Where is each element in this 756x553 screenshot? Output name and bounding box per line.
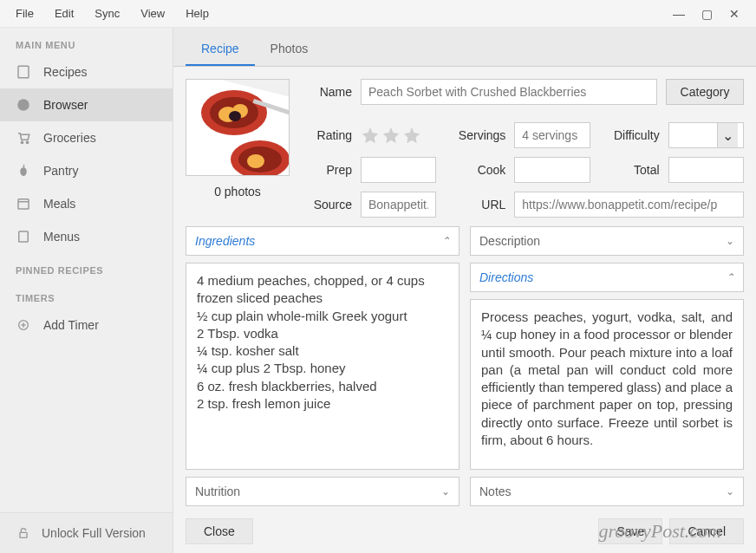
ingredient-line: ½ cup plain whole-milk Greek yogurt [197,308,448,325]
sidebar-item-recipes[interactable]: Recipes [0,55,173,88]
svg-rect-4 [18,199,29,209]
menu-edit[interactable]: Edit [44,2,84,25]
servings-input[interactable] [514,122,590,148]
total-input[interactable] [668,157,744,183]
accordion-directions[interactable]: Directions⌃ [470,263,744,292]
svg-point-20 [247,154,264,168]
sidebar-section-pinned: PINNED RECIPES [0,253,173,281]
compass-icon [16,97,31,113]
cancel-button[interactable]: Cancel [669,518,744,544]
accordion-description[interactable]: Description⌄ [470,226,744,256]
sidebar-item-browser[interactable]: Browser [0,88,173,121]
sidebar-item-label: Meals [43,197,75,211]
menu-sync[interactable]: Sync [84,2,130,25]
ingredient-line: 4 medium peaches, chopped, or 4 cups fro… [197,272,448,308]
svg-rect-6 [19,231,29,242]
sidebar-item-menus[interactable]: Menus [0,220,173,253]
tab-photos[interactable]: Photos [255,33,324,66]
sidebar-item-groceries[interactable]: Groceries [0,121,173,154]
book-icon [16,64,31,80]
window-controls: — ▢ ✕ [671,6,751,22]
svg-point-3 [26,141,28,143]
url-input[interactable] [514,192,744,218]
sidebar-item-label: Pantry [43,164,78,178]
accordion-notes[interactable]: Notes⌄ [470,477,744,506]
list-icon [16,229,31,244]
sidebar-item-meals[interactable]: Meals [0,187,173,220]
chevron-down-icon: ⌄ [726,235,734,247]
rating-stars[interactable] [361,126,436,145]
ingredients-body[interactable]: 4 medium peaches, chopped, or 4 cups fro… [186,263,459,470]
svg-rect-0 [18,66,29,78]
main: Recipe Photos [173,28,756,553]
ingredient-line: 2 Tbsp. vodka [197,325,448,342]
prep-input[interactable] [361,157,436,183]
tab-recipe[interactable]: Recipe [186,33,255,66]
sidebar-section-main: MAIN MENU [0,28,173,55]
label-difficulty: Difficulty [599,128,660,142]
sidebar-item-label: Browser [43,98,88,112]
difficulty-select[interactable]: ⌄ [668,122,744,148]
label-rating: Rating [300,128,352,142]
star-icon[interactable] [402,126,421,145]
recipe-thumbnail[interactable] [186,79,290,176]
content: 0 photos Name Category Rating [173,67,756,513]
titlebar: File Edit Sync View Help — ▢ ✕ [0,0,756,28]
menu-help[interactable]: Help [175,2,219,25]
footer: Close Save Cancel [173,513,756,553]
calendar-icon [16,196,31,211]
svg-point-1 [17,99,29,111]
label-url: URL [445,198,505,211]
sidebar-item-label: Recipes [43,65,88,79]
menu-view[interactable]: View [130,2,175,25]
ingredient-line: 2 tsp. fresh lemon juice [197,395,448,413]
menu-file[interactable]: File [5,2,44,25]
chevron-down-icon: ⌄ [726,485,734,498]
label-servings: Servings [445,128,505,142]
accordion-nutrition[interactable]: Nutrition⌄ [186,477,459,506]
svg-point-2 [21,141,23,143]
name-input[interactable] [361,79,657,105]
photos-count: 0 photos [214,181,261,198]
apple-icon [16,163,31,179]
cook-input[interactable] [514,157,590,183]
tabs: Recipe Photos [173,28,756,67]
menubar: File Edit Sync View Help [5,2,219,25]
sidebar-item-label: Groceries [43,131,96,145]
directions-body[interactable]: Process peaches, yogurt, vodka, salt, an… [470,299,744,470]
sidebar-add-timer[interactable]: Add Timer [0,309,173,342]
ingredient-line: ¼ cup plus 2 Tbsp. honey [197,360,448,377]
cart-icon [16,130,31,146]
lock-icon [16,525,31,541]
sidebar-section-timers: TIMERS [0,281,173,309]
star-icon[interactable] [361,126,380,145]
save-button[interactable]: Save [598,518,662,544]
sidebar: MAIN MENU Recipes Browser Groceries Pant… [0,28,173,553]
chevron-down-icon: ⌄ [717,123,738,147]
label-prep: Prep [300,163,352,177]
chevron-up-icon: ⌃ [441,235,450,247]
star-icon[interactable] [381,126,401,145]
close-icon[interactable]: ✕ [727,6,742,22]
minimize-icon[interactable]: — [671,6,687,22]
label-name: Name [300,85,352,99]
maximize-icon[interactable]: ▢ [699,6,714,22]
chevron-down-icon: ⌄ [441,485,450,498]
sidebar-item-pantry[interactable]: Pantry [0,154,173,187]
sidebar-item-label: Menus [43,230,80,244]
label-cook: Cook [445,163,505,177]
category-button[interactable]: Category [666,79,744,105]
accordion-ingredients[interactable]: Ingredients⌃ [186,226,459,256]
sidebar-item-label: Add Timer [43,318,99,332]
svg-point-17 [229,111,241,121]
label-source: Source [300,198,352,211]
source-input[interactable] [361,192,436,218]
svg-rect-10 [20,532,27,537]
unlock-full-version[interactable]: Unlock Full Version [0,512,173,553]
label-total: Total [599,163,660,177]
chevron-up-icon: ⌃ [726,271,734,283]
plus-icon [16,317,31,333]
close-button[interactable]: Close [186,518,253,544]
ingredient-line: 6 oz. fresh blackberries, halved [197,378,448,395]
unlock-label: Unlock Full Version [42,526,146,540]
